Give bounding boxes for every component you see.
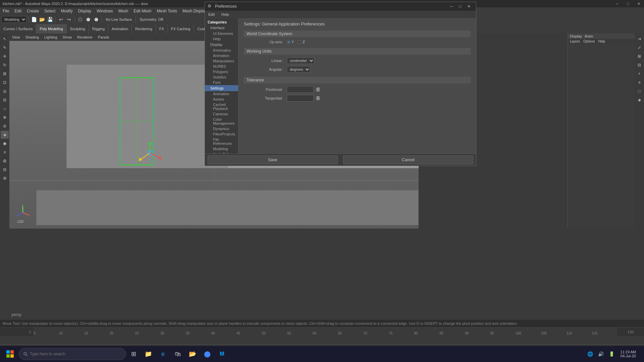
- view-menu-shading[interactable]: Shading: [23, 34, 42, 41]
- taskbar-icon-task-view[interactable]: ⊞: [126, 347, 141, 361]
- prefs-item-assets[interactable]: Assets: [205, 97, 238, 102]
- prefs-item-nurbs[interactable]: NURBS: [205, 64, 238, 69]
- linear-select[interactable]: centimeter: [287, 57, 314, 64]
- view-menu-renderer[interactable]: Renderer: [74, 34, 95, 41]
- undo-button[interactable]: ↩: [57, 16, 65, 23]
- up-axis-y-label[interactable]: Y: [287, 40, 294, 44]
- soft-mod-btn[interactable]: ◎: [1, 87, 9, 95]
- prefs-item-animation2[interactable]: Animation: [205, 91, 238, 97]
- maximize-button[interactable]: □: [623, 0, 633, 7]
- channel-box-btn[interactable]: ⊞: [1, 157, 9, 165]
- shelf-tab-animation[interactable]: Animation: [108, 24, 132, 34]
- channel-layers-label[interactable]: Layers: [570, 40, 580, 43]
- prefs-item-cameras[interactable]: Cameras: [205, 111, 238, 117]
- right-btn-3[interactable]: ⊞: [635, 52, 643, 60]
- view-menu-view[interactable]: View: [9, 34, 23, 41]
- symmetry-label[interactable]: Symmetry: Off: [138, 17, 165, 22]
- timeline-ruler[interactable]: 5101520253035404550556065707580859095100…: [34, 327, 617, 336]
- paint-tool[interactable]: ⬣: [93, 16, 100, 23]
- shelf-tab-rendering[interactable]: Rendering: [132, 24, 156, 34]
- universal-tool-btn[interactable]: ⊡: [1, 78, 9, 86]
- prefs-item-interface[interactable]: Interface: [205, 25, 238, 31]
- shelf-tab-fxcaching[interactable]: FX Caching: [168, 24, 194, 34]
- minimize-button[interactable]: ─: [612, 0, 623, 7]
- taskbar-icon-explorer2[interactable]: 📂: [185, 347, 200, 361]
- set-driven-key-btn[interactable]: ◈: [1, 131, 9, 139]
- tangential-slider-thumb[interactable]: [316, 96, 320, 100]
- shelf-tab-sculpting[interactable]: Sculpting: [67, 24, 89, 34]
- menu-mesh[interactable]: Mesh: [116, 7, 131, 15]
- search-bar[interactable]: [19, 348, 126, 360]
- menu-edit-mesh[interactable]: Edit Mesh: [131, 7, 154, 15]
- select-tool[interactable]: ⬡: [76, 16, 84, 23]
- right-btn-2[interactable]: ⤢: [635, 44, 643, 52]
- prefs-item-ui-elements[interactable]: UI Elements: [205, 31, 238, 36]
- systray-sound-icon[interactable]: 🔊: [596, 347, 606, 361]
- view-menu-panels[interactable]: Panels: [95, 34, 112, 41]
- lasso-select-btn[interactable]: ⌂: [1, 105, 9, 113]
- taskbar-icon-store[interactable]: 🛍: [170, 347, 185, 361]
- redo-button[interactable]: ↪: [65, 16, 73, 23]
- save-file-button[interactable]: 💾: [46, 16, 54, 23]
- channel-options-label[interactable]: Options: [583, 40, 595, 43]
- taskbar-icon-file-explorer[interactable]: 📁: [141, 347, 156, 361]
- menu-edit[interactable]: Edit: [12, 7, 24, 15]
- snap-btn[interactable]: ⊕: [1, 113, 9, 121]
- close-button[interactable]: ✕: [633, 0, 644, 7]
- menu-file[interactable]: File: [0, 7, 12, 15]
- search-input[interactable]: [30, 352, 117, 356]
- prefs-menu-help[interactable]: Help: [218, 11, 232, 18]
- prefs-item-files-projects[interactable]: Files/Projects: [205, 131, 238, 137]
- menu-mesh-tools[interactable]: Mesh Tools: [154, 7, 180, 15]
- systray-network-icon[interactable]: 🌐: [586, 347, 595, 361]
- menu-select[interactable]: Select: [42, 7, 58, 15]
- channel-anim-tab[interactable]: Anim: [585, 34, 593, 38]
- right-btn-8[interactable]: ◈: [635, 96, 643, 104]
- right-btn-4[interactable]: ⊟: [635, 61, 643, 69]
- taskbar-icon-maya[interactable]: M: [215, 347, 229, 361]
- transform-gizmo[interactable]: [137, 141, 164, 168]
- menu-windows[interactable]: Windows: [94, 7, 116, 15]
- menu-create[interactable]: Create: [24, 7, 42, 15]
- taskbar-icon-chrome[interactable]: ⬤: [200, 347, 215, 361]
- prefs-close-btn[interactable]: ✕: [465, 2, 473, 11]
- open-file-button[interactable]: 📂: [38, 16, 46, 23]
- measure-btn[interactable]: ⊘: [1, 122, 9, 130]
- prefs-item-display[interactable]: Display: [205, 42, 238, 48]
- menu-display[interactable]: Display: [75, 7, 94, 15]
- angular-select[interactable]: degrees: [287, 66, 310, 73]
- shelf-tab-rigging[interactable]: Rigging: [89, 24, 108, 34]
- right-btn-1[interactable]: ⇥: [635, 35, 643, 43]
- shelf-tab-fx[interactable]: FX: [156, 24, 168, 34]
- up-axis-z-label[interactable]: Z: [298, 40, 305, 44]
- prefs-item-dynamics[interactable]: Dynamics: [205, 126, 238, 131]
- systray-battery-icon[interactable]: 🔋: [607, 347, 616, 361]
- outliner-btn[interactable]: ≡: [1, 148, 9, 156]
- prefs-save-button[interactable]: Save: [208, 156, 338, 164]
- prefs-item-settings[interactable]: Settings: [205, 85, 238, 91]
- positional-input[interactable]: 0.01000: [287, 86, 314, 93]
- select-tool-btn[interactable]: ↖: [1, 35, 9, 43]
- attr-editor-btn[interactable]: ⊟: [1, 166, 9, 174]
- tangential-input[interactable]: 0.10000: [287, 95, 314, 102]
- view-menu-show[interactable]: Show: [60, 34, 75, 41]
- prefs-cancel-button[interactable]: Cancel: [343, 156, 473, 164]
- prefs-item-kinematics[interactable]: Kinematics: [205, 48, 238, 53]
- right-btn-5[interactable]: +: [635, 70, 643, 78]
- prefs-item-color-mgmt[interactable]: Color Management: [205, 117, 238, 126]
- tool-settings-btn[interactable]: ⚙: [1, 174, 9, 182]
- right-btn-6[interactable]: ≡: [635, 78, 643, 86]
- menu-modify[interactable]: Modify: [58, 7, 75, 15]
- shelf-tab-poly[interactable]: Poly Modeling: [36, 24, 66, 34]
- lasso-tool[interactable]: ⬢: [85, 16, 92, 23]
- live-surface-label[interactable]: No Live Surface: [104, 17, 134, 22]
- channel-help-label[interactable]: Help: [598, 40, 605, 43]
- prefs-item-file-references[interactable]: File References: [205, 137, 238, 146]
- view-menu-lighting[interactable]: Lighting: [42, 34, 60, 41]
- system-clock[interactable]: 11:19 AM 04-Jul-20: [618, 350, 639, 358]
- prefs-menu-edit[interactable]: Edit: [205, 11, 218, 18]
- start-button[interactable]: [3, 347, 17, 361]
- show-manipulator-btn[interactable]: ⊟: [1, 96, 9, 104]
- prefs-minimize-btn[interactable]: ─: [447, 2, 456, 11]
- right-btn-7[interactable]: □: [635, 87, 643, 95]
